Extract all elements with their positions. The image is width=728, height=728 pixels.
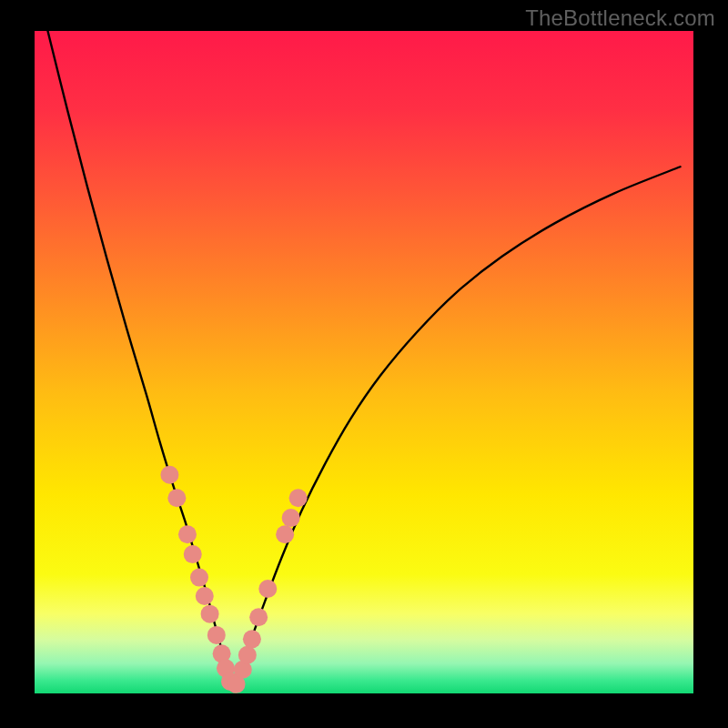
marker-point (238, 646, 257, 664)
marker-point (190, 569, 208, 587)
marker-point (178, 525, 197, 543)
plot-area (35, 31, 693, 693)
chart-canvas (35, 31, 693, 693)
marker-point (243, 630, 261, 648)
marker-point (282, 509, 300, 527)
marker-point (258, 580, 277, 598)
marker-point (276, 525, 294, 543)
marker-point (201, 605, 219, 623)
marker-point (167, 489, 186, 507)
marker-point (289, 489, 308, 507)
watermark-text: TheBottleneck.com (525, 5, 715, 31)
marker-point (207, 626, 226, 644)
marker-point (160, 466, 178, 484)
marker-point (249, 608, 268, 626)
gradient-background (35, 31, 693, 693)
marker-point (196, 587, 214, 605)
marker-point (184, 545, 202, 563)
